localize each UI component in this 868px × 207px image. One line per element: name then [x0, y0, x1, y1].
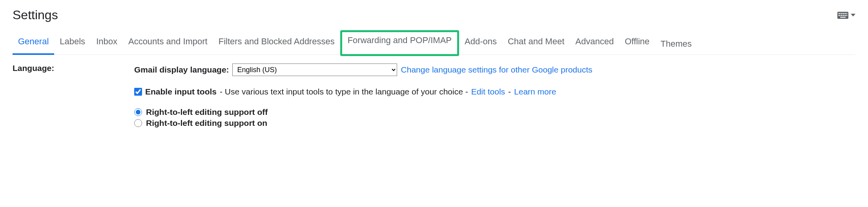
svg-rect-1 — [839, 13, 840, 14]
tab-labels[interactable]: Labels — [54, 33, 91, 54]
edit-tools-link[interactable]: Edit tools — [471, 87, 505, 96]
svg-rect-10 — [846, 15, 847, 16]
rtl-off-radio[interactable] — [134, 108, 142, 116]
svg-rect-3 — [842, 13, 844, 14]
tab-filters[interactable]: Filters and Blocked Addresses — [213, 33, 340, 54]
separator-dash: - — [508, 87, 511, 96]
svg-rect-11 — [840, 17, 846, 18]
tab-themes[interactable]: Themes — [655, 36, 697, 54]
svg-rect-8 — [842, 15, 844, 16]
rtl-radio-group: Right-to-left editing support off Right-… — [134, 107, 855, 128]
input-tools-toggle[interactable] — [837, 12, 855, 19]
enable-input-tools-desc: - Use various text input tools to type i… — [220, 87, 468, 96]
rtl-on-radio[interactable] — [134, 119, 142, 127]
tab-forwarding[interactable]: Forwarding and POP/IMAP — [340, 30, 459, 56]
tab-addons[interactable]: Add-ons — [459, 33, 502, 54]
display-language-label: Gmail display language: — [134, 65, 229, 74]
settings-tabs: General Labels Inbox Accounts and Import… — [13, 33, 855, 55]
tab-offline[interactable]: Offline — [619, 33, 655, 54]
svg-rect-5 — [846, 13, 847, 14]
page-title: Settings — [13, 8, 58, 22]
tab-advanced[interactable]: Advanced — [570, 33, 619, 54]
keyboard-icon — [837, 12, 848, 19]
enable-input-tools-checkbox[interactable] — [134, 88, 142, 96]
language-section-label: Language: — [13, 64, 134, 73]
change-language-link[interactable]: Change language settings for other Googl… — [401, 65, 593, 74]
svg-rect-6 — [839, 15, 840, 16]
svg-rect-9 — [844, 15, 846, 16]
tab-inbox[interactable]: Inbox — [91, 33, 123, 54]
rtl-off-label: Right-to-left editing support off — [146, 107, 268, 117]
chevron-down-icon — [851, 14, 855, 16]
svg-rect-4 — [844, 13, 846, 14]
tab-accounts[interactable]: Accounts and Import — [123, 33, 213, 54]
learn-more-link[interactable]: Learn more — [514, 87, 556, 96]
display-language-select[interactable]: English (US) — [232, 64, 397, 76]
tab-general[interactable]: General — [13, 33, 54, 54]
tab-chat[interactable]: Chat and Meet — [502, 33, 570, 54]
rtl-on-label: Right-to-left editing support on — [146, 118, 267, 128]
svg-rect-7 — [841, 15, 842, 16]
svg-rect-2 — [841, 13, 842, 14]
enable-input-tools-label: Enable input tools — [145, 87, 217, 96]
